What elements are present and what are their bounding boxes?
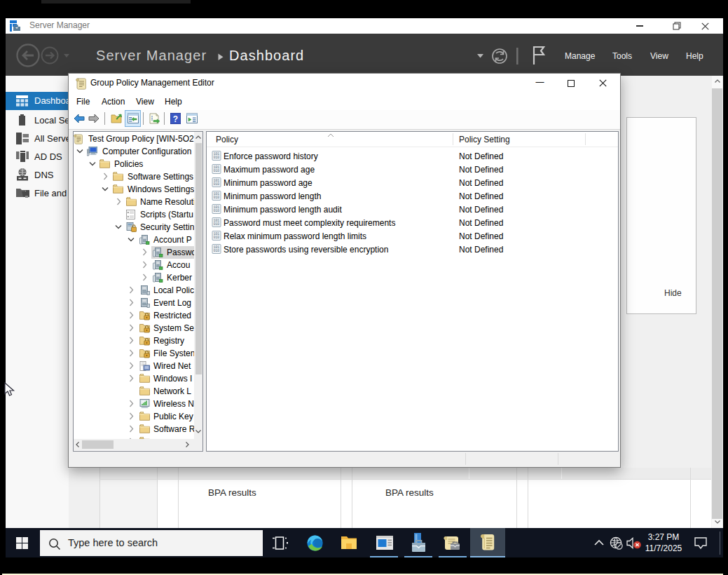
svg-text:101: 101 — [214, 205, 220, 209]
svg-text:010: 010 — [214, 182, 220, 186]
svg-text:101: 101 — [214, 219, 220, 222]
svg-text:101: 101 — [214, 179, 220, 182]
svg-text:101: 101 — [214, 152, 220, 156]
svg-text:010: 010 — [214, 196, 220, 199]
svg-text:101: 101 — [214, 165, 220, 169]
svg-text:101: 101 — [214, 192, 220, 196]
svg-text:010: 010 — [214, 222, 220, 226]
svg-text:010: 010 — [214, 209, 220, 212]
svg-text:010: 010 — [214, 156, 220, 159]
svg-text:010: 010 — [214, 249, 220, 252]
svg-text:101: 101 — [214, 245, 220, 249]
svg-text:101: 101 — [214, 232, 220, 236]
svg-text:010: 010 — [214, 169, 220, 172]
svg-text:010: 010 — [214, 236, 220, 239]
svg-text:?: ? — [173, 114, 178, 124]
